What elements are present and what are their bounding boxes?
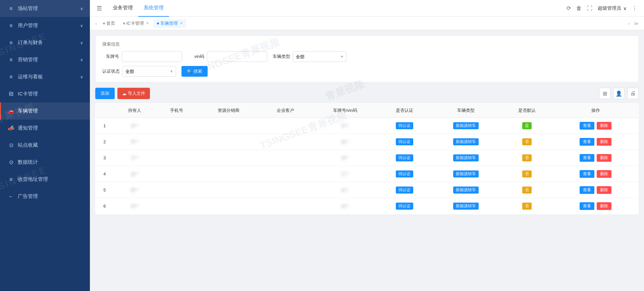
search-button[interactable]: 🔍 搜索	[181, 66, 208, 77]
vehicle-type-badge: 新能源轿车	[453, 122, 479, 129]
view-button[interactable]: 查看	[580, 170, 594, 178]
ad-icon: ←	[8, 194, 14, 200]
breadcrumb-vehicle[interactable]: 车辆管理 ✕	[154, 19, 186, 28]
order-finance-icon: ≡	[8, 40, 14, 46]
view-button[interactable]: 查看	[580, 202, 594, 210]
tab-system[interactable]: 系统管理	[138, 0, 169, 17]
cell-is-cert: 待认证	[379, 134, 431, 150]
cell-vehicle-type: 新能源轿车	[431, 118, 501, 134]
sidebar-item-notification[interactable]: 📣 通知管理	[0, 120, 90, 137]
notification-icon: 📣	[8, 125, 14, 131]
cell-vehicle-type: 新能源轿车	[431, 166, 501, 182]
col-enterprise: 企业客户	[259, 103, 311, 118]
view-button[interactable]: 查看	[580, 154, 594, 162]
sidebar-item-ic-card[interactable]: ₪ IC卡管理	[0, 85, 90, 102]
cell-is-default: 否	[501, 182, 553, 198]
cert-badge: 待认证	[396, 154, 413, 161]
sidebar-item-vehicle[interactable]: 🚗 车辆管理	[0, 102, 90, 120]
print-icon[interactable]: 🖨	[627, 88, 639, 99]
search-card: 搜索信息 车牌号 vin码 车辆类型 全部 ▼	[95, 35, 639, 82]
cell-action: 查看 删除	[553, 118, 638, 134]
vehicle-type-select-wrapper: 全部 ▼	[293, 51, 346, 62]
fullscreen-icon[interactable]: ⛶	[587, 5, 592, 11]
cell-no: 4	[96, 166, 114, 182]
sidebar-item-site-collection[interactable]: ⊙ 站点收藏	[0, 137, 90, 154]
sidebar-item-address[interactable]: ≡ 收货地址管理	[0, 171, 90, 188]
col-no	[96, 103, 114, 118]
col-phone: 手机号	[156, 103, 198, 118]
vehicle-type-badge: 新能源轿车	[453, 203, 479, 210]
cell-plate-vin: 渝**	[311, 198, 379, 214]
col-is-cert: 是否认证	[379, 103, 431, 118]
cell-action: 查看 删除	[553, 182, 638, 198]
sidebar-item-label: 车辆管理	[18, 108, 38, 114]
breadcrumb-home[interactable]: 首页	[100, 19, 118, 28]
vehicle-type-badge: 新能源轿车	[453, 154, 479, 161]
add-button[interactable]: 添加	[95, 88, 115, 99]
vehicle-type-badge: 新能源轿车	[453, 138, 479, 145]
breadcrumb-next-icon[interactable]: ›	[627, 21, 631, 26]
delete-button[interactable]: 删除	[597, 170, 611, 178]
cell-holder: 陈**	[114, 182, 156, 198]
sidebar-item-label: 运维与看板	[18, 74, 43, 80]
auth-status-field: 认证状态 全部 ▼	[102, 66, 176, 77]
breadcrumb-ic-card[interactable]: IC卡管理 ✕	[120, 19, 152, 28]
breadcrumb-expand-icon[interactable]: ≫	[632, 21, 640, 26]
grid-view-icon[interactable]: ⊞	[599, 88, 610, 99]
sidebar-item-user-management[interactable]: ≡ 用户管理 ∨	[0, 17, 90, 34]
close-vehicle-icon[interactable]: ✕	[180, 21, 183, 25]
sidebar-item-label: 营销管理	[18, 57, 38, 63]
header-right: ⟳ 🗑 ⛶ 超级管理员 ∨ ⋮	[567, 5, 637, 11]
cell-action: 查看 删除	[553, 198, 638, 214]
sidebar-item-site-management[interactable]: ≡ 场站管理 ∨	[0, 0, 90, 17]
refresh-icon[interactable]: ⟳	[567, 5, 571, 11]
breadcrumb-nav-right: › ≫	[627, 21, 640, 26]
cell-phone	[156, 166, 198, 182]
breadcrumb-prev-icon[interactable]: ‹	[94, 21, 98, 26]
view-button[interactable]: 查看	[580, 122, 594, 130]
user-chevron-icon: ∨	[623, 6, 627, 11]
vehicle-type-select[interactable]: 全部	[293, 51, 346, 62]
sidebar: TSINGSEE 青犀视频 TSINGSEE ≡ 场站管理 ∨ ≡ 用户管理 ∨…	[0, 0, 90, 291]
view-button[interactable]: 查看	[580, 186, 594, 194]
user-menu[interactable]: 超级管理员 ∨	[598, 5, 627, 11]
tab-business[interactable]: 业务管理	[107, 0, 138, 17]
sidebar-item-ad[interactable]: ← 广告管理	[0, 188, 90, 205]
close-ic-card-icon[interactable]: ✕	[146, 21, 149, 25]
table-row: 3 王** 浙** 待认证 新能源轿车 否 查看 删除	[96, 150, 639, 166]
col-holder: 持有人	[114, 103, 156, 118]
import-button[interactable]: ☁ 导入文件	[117, 88, 150, 99]
delete-button[interactable]: 删除	[597, 122, 611, 130]
plate-field: 车牌号	[102, 51, 182, 62]
plate-input[interactable]	[122, 51, 182, 62]
delete-button[interactable]: 删除	[597, 154, 611, 162]
person-icon[interactable]: 👤	[613, 88, 625, 99]
sidebar-item-label: 站点收藏	[18, 142, 38, 148]
table-row: 1 张** 苏** 待认证 新能源轿车 是 查看 删除	[96, 118, 639, 134]
user-management-icon: ≡	[8, 23, 14, 29]
vin-input[interactable]	[207, 51, 267, 62]
main-content: ☰ 业务管理 系统管理 ⟳ 🗑 ⛶ 超级管理员 ∨ ⋮ ‹ 首页 IC卡管理 ✕	[90, 0, 644, 291]
header: ☰ 业务管理 系统管理 ⟳ 🗑 ⛶ 超级管理员 ∨ ⋮	[90, 0, 644, 17]
sidebar-item-label: 场站管理	[18, 5, 38, 12]
default-badge: 否	[522, 203, 532, 210]
delete-button[interactable]: 删除	[597, 202, 611, 210]
cell-enterprise	[259, 134, 311, 150]
search-row-1: 车牌号 vin码 车辆类型 全部 ▼	[102, 51, 632, 62]
delete-button[interactable]: 删除	[597, 138, 611, 146]
sidebar-item-ops-dashboard[interactable]: ≡ 运维与看板 ∨	[0, 68, 90, 85]
view-button[interactable]: 查看	[580, 138, 594, 146]
cell-action: 查看 删除	[553, 166, 638, 182]
sidebar-item-data-stats[interactable]: ⊙ 数据统计	[0, 154, 90, 171]
auth-status-select[interactable]: 全部	[122, 66, 176, 77]
sidebar-item-marketing[interactable]: ≡ 营销管理 ∨	[0, 51, 90, 68]
more-options-icon[interactable]: ⋮	[632, 5, 637, 11]
ops-icon: ≡	[8, 74, 14, 80]
sidebar-item-label: 订单与财务	[18, 40, 43, 46]
delete-button[interactable]: 删除	[597, 186, 611, 194]
cell-holder: 王**	[114, 150, 156, 166]
sidebar-item-order-finance[interactable]: ≡ 订单与财务 ∨	[0, 34, 90, 51]
chevron-down-icon: ∨	[80, 58, 83, 62]
menu-toggle-icon[interactable]: ☰	[97, 5, 102, 12]
delete-icon[interactable]: 🗑	[576, 5, 582, 11]
